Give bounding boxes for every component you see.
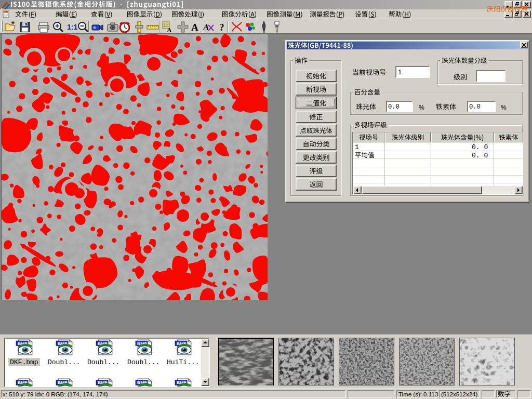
svg-text:1:1: 1:1 (67, 23, 77, 31)
svg-text:A: A (203, 22, 209, 32)
svg-text:A: A (167, 26, 172, 33)
svg-text:?: ? (219, 22, 224, 33)
svg-text:A: A (191, 22, 198, 33)
svg-text:DOC: DOC (4, 11, 8, 14)
